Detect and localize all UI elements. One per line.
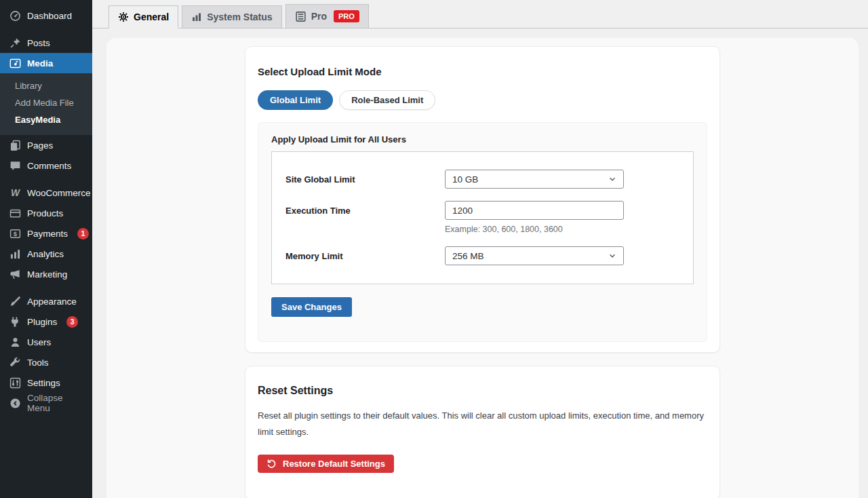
site-global-limit-row: Site Global Limit 10 GB bbox=[285, 170, 679, 189]
execution-time-help: Example: 300, 600, 1800, 3600 bbox=[445, 225, 624, 234]
svg-text:$: $ bbox=[13, 229, 17, 237]
media-submenu: Library Add Media File EasyMedia bbox=[0, 73, 92, 135]
sidebar-item-label: Comments bbox=[27, 161, 71, 171]
products-icon bbox=[9, 207, 21, 219]
submenu-item-library[interactable]: Library bbox=[0, 77, 92, 94]
role-based-limit-mode-button[interactable]: Role-Based Limit bbox=[339, 90, 435, 110]
analytics-icon bbox=[9, 248, 21, 260]
sidebar-item-appearance[interactable]: Appearance bbox=[0, 291, 92, 311]
sidebar-item-label: Settings bbox=[27, 378, 60, 388]
sidebar-item-label: Plugins bbox=[27, 317, 57, 327]
collapse-menu-button[interactable]: Collapse Menu bbox=[0, 393, 92, 413]
undo-icon bbox=[267, 459, 277, 469]
bar-chart-icon bbox=[191, 12, 202, 22]
pages-icon bbox=[9, 139, 21, 151]
sidebar-item-media[interactable]: Media bbox=[0, 53, 92, 73]
restore-default-settings-label: Restore Default Settings bbox=[283, 459, 385, 469]
user-icon bbox=[9, 336, 21, 348]
memory-limit-value: 256 MB bbox=[452, 251, 484, 261]
settings-icon bbox=[9, 377, 21, 389]
sidebar-item-label: Posts bbox=[27, 38, 50, 48]
sidebar-item-label: Analytics bbox=[27, 249, 64, 259]
sidebar-item-products[interactable]: Products bbox=[0, 203, 92, 223]
wrench-icon bbox=[9, 356, 21, 368]
admin-sidebar: Dashboard Posts Media Library Add Media … bbox=[0, 0, 92, 498]
sidebar-item-label: Collapse Menu bbox=[27, 393, 88, 413]
memory-limit-row: Memory Limit 256 MB bbox=[285, 246, 679, 265]
sidebar-item-dashboard[interactable]: Dashboard bbox=[0, 5, 92, 26]
sidebar-item-settings[interactable]: Settings bbox=[0, 372, 92, 393]
woocommerce-icon: W bbox=[9, 187, 21, 199]
tab-system-status[interactable]: System Status bbox=[182, 5, 281, 28]
tab-label: Pro bbox=[311, 11, 327, 22]
gear-icon bbox=[118, 12, 129, 22]
payments-count-badge: 1 bbox=[77, 228, 89, 240]
collapse-icon bbox=[9, 397, 21, 409]
sidebar-item-label: Pages bbox=[27, 140, 53, 151]
comment-icon bbox=[9, 159, 21, 172]
menu-separator bbox=[0, 176, 92, 183]
plugins-count-badge: 3 bbox=[66, 316, 78, 328]
plugin-icon bbox=[9, 315, 21, 328]
chevron-down-icon bbox=[608, 251, 617, 261]
sidebar-item-analytics[interactable]: Analytics bbox=[0, 244, 92, 264]
sidebar-item-marketing[interactable]: Marketing bbox=[0, 264, 92, 284]
settings-tabbar: General System Status Pro PRO bbox=[92, 0, 868, 28]
sidebar-item-payments[interactable]: $ Payments 1 bbox=[0, 223, 92, 244]
upload-limit-card: Select Upload Limit Mode Global Limit Ro… bbox=[245, 46, 720, 353]
sidebar-item-plugins[interactable]: Plugins 3 bbox=[0, 311, 92, 332]
settings-page-wrapper: Select Upload Limit Mode Global Limit Ro… bbox=[106, 38, 859, 498]
site-global-limit-label: Site Global Limit bbox=[285, 170, 445, 185]
sidebar-item-label: WooCommerce bbox=[27, 188, 91, 198]
site-global-limit-value: 10 GB bbox=[452, 174, 478, 185]
reset-settings-card: Reset Settings Reset all plugin settings… bbox=[245, 366, 720, 498]
brush-icon bbox=[9, 295, 21, 307]
sidebar-item-label: Appearance bbox=[27, 296, 77, 307]
tab-pro[interactable]: Pro PRO bbox=[285, 4, 369, 28]
admin-menu: Dashboard Posts Media Library Add Media … bbox=[0, 0, 92, 413]
restore-default-settings-button[interactable]: Restore Default Settings bbox=[258, 455, 394, 473]
global-limit-panel: Apply Upload Limit for All Users Site Gl… bbox=[258, 122, 707, 342]
site-global-limit-select[interactable]: 10 GB bbox=[445, 170, 624, 189]
sidebar-item-comments[interactable]: Comments bbox=[0, 155, 92, 176]
sidebar-item-woocommerce[interactable]: W WooCommerce bbox=[0, 183, 92, 203]
sidebar-item-label: Marketing bbox=[27, 269, 67, 280]
menu-separator bbox=[0, 26, 92, 33]
upload-limit-title: Select Upload Limit Mode bbox=[258, 66, 707, 77]
pin-icon bbox=[9, 37, 21, 49]
sidebar-item-label: Payments bbox=[27, 229, 68, 239]
sidebar-item-label: Users bbox=[27, 337, 51, 347]
megaphone-icon bbox=[9, 268, 21, 280]
menu-separator bbox=[0, 284, 92, 291]
chevron-down-icon bbox=[608, 174, 617, 184]
save-changes-button[interactable]: Save Changes bbox=[271, 297, 352, 317]
sidebar-item-tools[interactable]: Tools bbox=[0, 352, 92, 372]
memory-limit-select[interactable]: 256 MB bbox=[445, 246, 624, 265]
pro-badge: PRO bbox=[334, 10, 359, 22]
svg-text:W: W bbox=[10, 187, 20, 198]
sidebar-item-users[interactable]: Users bbox=[0, 332, 92, 352]
memory-limit-label: Memory Limit bbox=[285, 246, 445, 261]
limit-mode-toggle: Global Limit Role-Based Limit bbox=[258, 90, 707, 110]
payments-icon: $ bbox=[9, 227, 21, 240]
execution-time-label: Execution Time bbox=[285, 201, 445, 216]
sidebar-item-posts[interactable]: Posts bbox=[0, 33, 92, 53]
sidebar-item-pages[interactable]: Pages bbox=[0, 135, 92, 155]
sidebar-item-label: Media bbox=[27, 58, 53, 69]
reset-settings-description: Reset all plugin settings to their defau… bbox=[258, 408, 707, 440]
dashboard-icon bbox=[9, 9, 21, 22]
list-icon bbox=[295, 11, 307, 22]
submenu-item-add-media-file[interactable]: Add Media File bbox=[0, 94, 92, 111]
panel-title: Apply Upload Limit for All Users bbox=[271, 134, 694, 145]
tab-label: General bbox=[134, 12, 169, 22]
media-icon bbox=[9, 57, 21, 69]
submenu-item-easymedia[interactable]: EasyMedia bbox=[0, 111, 92, 128]
sidebar-item-label: Tools bbox=[27, 358, 49, 368]
sidebar-item-label: Dashboard bbox=[27, 11, 72, 21]
tab-general[interactable]: General bbox=[108, 5, 178, 28]
sidebar-item-label: Products bbox=[27, 208, 63, 218]
limit-fieldbox: Site Global Limit 10 GB Execution Time bbox=[271, 151, 694, 284]
execution-time-input[interactable] bbox=[445, 201, 624, 220]
main-content: General System Status Pro PRO Select Upl… bbox=[92, 0, 868, 498]
global-limit-mode-button[interactable]: Global Limit bbox=[258, 90, 333, 110]
